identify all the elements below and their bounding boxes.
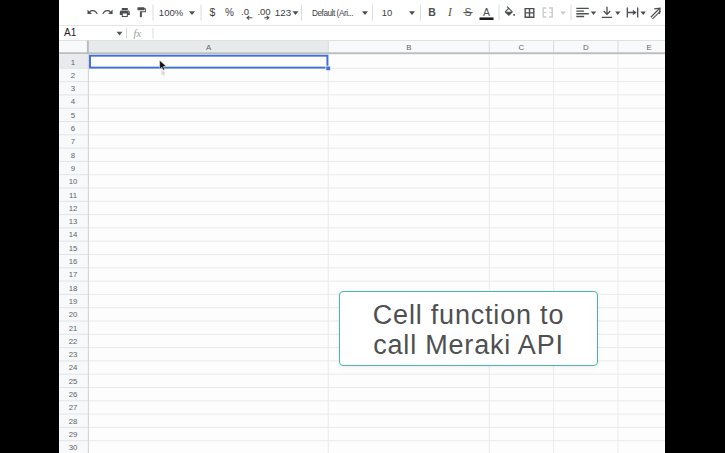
svg-text:11: 11 [69, 191, 77, 200]
svg-text:A: A [483, 6, 490, 18]
svg-text:A: A [206, 43, 212, 52]
svg-text:2: 2 [71, 71, 75, 80]
svg-text:$: $ [210, 6, 216, 18]
svg-text:10: 10 [382, 7, 393, 18]
svg-text:30: 30 [69, 443, 78, 452]
svg-text:A1: A1 [64, 27, 77, 38]
svg-text:18: 18 [69, 284, 78, 293]
svg-text:123: 123 [275, 7, 292, 18]
svg-text:15: 15 [69, 244, 78, 253]
svg-text:3: 3 [71, 84, 75, 93]
svg-text:14: 14 [69, 230, 78, 239]
svg-text:fx: fx [134, 28, 142, 39]
svg-text:20: 20 [69, 310, 78, 319]
svg-text:.00: .00 [257, 6, 270, 17]
svg-text:D: D [583, 43, 589, 52]
svg-text:B: B [428, 6, 436, 18]
svg-text:16: 16 [69, 257, 78, 266]
svg-text:6: 6 [71, 124, 75, 133]
svg-text:19: 19 [69, 297, 78, 306]
svg-text:12: 12 [69, 204, 78, 213]
svg-text:10: 10 [69, 177, 78, 186]
svg-text:17: 17 [69, 270, 78, 279]
svg-text:24: 24 [69, 363, 78, 372]
svg-text:.0: .0 [241, 6, 249, 17]
svg-text:21: 21 [69, 324, 78, 333]
svg-text:9: 9 [71, 164, 75, 173]
svg-text:C: C [519, 43, 525, 52]
svg-text:7: 7 [71, 137, 75, 146]
svg-text:22: 22 [69, 337, 78, 346]
svg-text:26: 26 [69, 390, 78, 399]
svg-text:5: 5 [71, 111, 76, 120]
svg-text:E: E [646, 43, 651, 52]
svg-text:8: 8 [71, 151, 75, 160]
svg-text:4: 4 [71, 97, 76, 106]
svg-text:1: 1 [71, 58, 75, 67]
svg-text:27: 27 [69, 403, 78, 412]
svg-text:%: % [225, 7, 234, 18]
svg-text:Default (Ari...: Default (Ari... [312, 9, 353, 18]
svg-text:29: 29 [69, 430, 78, 439]
svg-text:13: 13 [69, 217, 78, 226]
svg-text:100%: 100% [159, 7, 184, 18]
svg-text:I: I [447, 6, 453, 18]
svg-text:28: 28 [69, 417, 78, 426]
svg-text:23: 23 [69, 350, 78, 359]
svg-text:25: 25 [69, 377, 78, 386]
svg-text:B: B [406, 43, 411, 52]
